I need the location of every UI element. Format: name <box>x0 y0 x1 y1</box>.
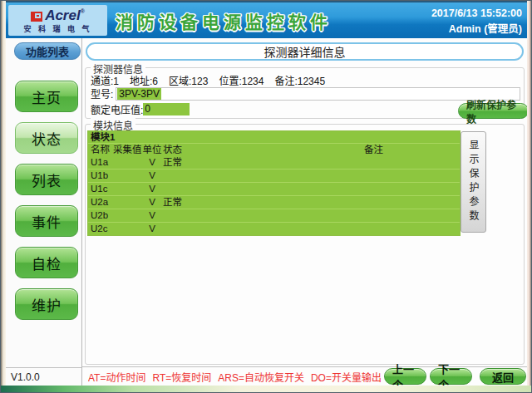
rated-voltage-line: 额定电压值: 0 <box>91 102 190 116</box>
sidebar-nav-button-label: 维护 <box>32 294 62 315</box>
window-frame-bottom <box>1 386 531 392</box>
sidebar: 功能列表 主页 状态 列表 事件 自检 维护 V1.0.0 <box>6 38 82 386</box>
sidebar-nav-button-label: 列表 <box>32 169 62 190</box>
sidebar-header: 功能列表 <box>14 42 81 60</box>
cell-name: U2c <box>88 223 113 235</box>
cell-value <box>113 156 141 169</box>
cell-value <box>113 183 141 195</box>
detector-info-line: 通道:1地址:6区域:123位置:1234备注:12345 <box>91 73 336 87</box>
table-row[interactable]: U1a V 正常 <box>88 156 460 169</box>
cell-unit: V <box>141 169 163 182</box>
cell-status <box>163 169 288 182</box>
model-value: 3PV-3PV <box>117 88 161 100</box>
table-row[interactable]: U2a V 正常 <box>88 195 460 209</box>
cell-name: U1a <box>88 156 113 169</box>
cell-remark <box>288 196 460 209</box>
sidebar-nav-button[interactable]: 主页 <box>15 81 78 112</box>
legend-item: AT=动作时间 <box>88 372 145 384</box>
legend-item: RT=恢复时间 <box>152 372 211 384</box>
cell-remark <box>288 183 460 195</box>
app-window: Acrel® 安 科 瑞 电 气 消防设备电源监控软件 2017/6/13 15… <box>0 0 532 393</box>
col-header-status: 状态 <box>163 144 288 156</box>
cell-value <box>113 196 141 209</box>
sidebar-nav-button-label: 事件 <box>32 211 62 232</box>
model-label: 型号: <box>91 86 113 101</box>
model-line: 型号: 3PV-3PV <box>91 86 520 101</box>
cell-status: 正常 <box>163 156 288 169</box>
acrel-logo: Acrel® 安 科 瑞 电 气 <box>8 5 107 36</box>
cell-remark <box>288 209 460 222</box>
sidebar-nav-button[interactable]: 自检 <box>15 247 78 278</box>
sidebar-nav: 主页 状态 列表 事件 自检 维护 <box>6 81 81 320</box>
sidebar-nav-button[interactable]: 事件 <box>15 205 78 237</box>
cell-value <box>113 169 141 182</box>
datetime-label: 2017/6/13 15:52:00 <box>431 6 522 22</box>
window-frame-right <box>527 1 531 392</box>
current-user-label: Admin (管理员) <box>431 22 522 37</box>
refresh-protection-params-button[interactable]: 刷新保护参数 <box>458 103 529 119</box>
cell-remark <box>288 156 460 169</box>
cell-unit: V <box>141 156 163 169</box>
module-info-group: 模块信息 模块1 名称 采集值 单位 状态 备注 U1a V 正常 U1b V … <box>85 124 525 365</box>
col-header-remark: 备注 <box>288 144 460 156</box>
table-body: U1a V 正常 U1b V U1c V U2a V 正常 U2b V U2c … <box>88 156 460 235</box>
cell-unit: V <box>141 183 163 195</box>
main-panel: 探测器详细信息 探测器信息 通道:1地址:6区域:123位置:1234备注:12… <box>82 38 527 386</box>
sidebar-nav-button-label: 自检 <box>32 253 62 273</box>
detector-info-item: 区域:123 <box>169 76 208 87</box>
table-row[interactable]: U2b V <box>88 209 460 222</box>
cell-unit: V <box>141 196 163 209</box>
version-label: V1.0.0 <box>6 367 81 386</box>
page-title: 探测器详细信息 <box>86 42 524 61</box>
cell-value <box>113 223 141 235</box>
cell-status <box>163 223 288 235</box>
cell-remark <box>288 169 460 182</box>
app-title: 消防设备电源监控软件 <box>116 2 332 38</box>
legend-item: ARS=自动恢复开关 <box>218 372 304 384</box>
table-row[interactable]: U1c V <box>88 182 460 195</box>
back-button[interactable]: 返回 <box>480 368 526 385</box>
cell-status <box>163 183 288 195</box>
model-field[interactable]: 3PV-3PV <box>116 87 520 101</box>
cell-status: 正常 <box>163 196 288 209</box>
cell-status <box>163 209 288 222</box>
logo-brand-text: Acrel® <box>45 8 85 22</box>
previous-button[interactable]: 上一个 <box>384 368 426 385</box>
sidebar-nav-button[interactable]: 维护 <box>15 288 78 320</box>
app-header: Acrel® 安 科 瑞 电 气 消防设备电源监控软件 2017/6/13 15… <box>6 1 527 38</box>
window-frame-left <box>1 1 6 392</box>
cell-name: U2a <box>88 196 113 209</box>
sidebar-nav-button[interactable]: 列表 <box>15 164 78 195</box>
show-protection-params-button[interactable]: 显示保护参数 <box>461 131 486 233</box>
sidebar-nav-button[interactable]: 状态 <box>15 122 78 154</box>
registered-mark: ® <box>81 8 85 14</box>
table-header-row: 名称 采集值 单位 状态 备注 <box>88 144 460 156</box>
detector-info-item: 通道:1 <box>91 76 119 87</box>
detector-info-item: 位置:1234 <box>219 76 264 87</box>
logo-subtitle: 安 科 瑞 电 气 <box>8 23 107 34</box>
cell-name: U1c <box>88 183 113 195</box>
col-header-name: 名称 <box>88 144 113 156</box>
table-row[interactable]: U2c V <box>88 222 460 235</box>
cell-name: U1b <box>88 169 113 182</box>
detector-info-item: 备注:12345 <box>274 76 325 87</box>
table-row[interactable]: U1b V <box>88 169 460 182</box>
cell-value <box>113 209 141 222</box>
legend-item: DO=开关量输出 <box>311 372 382 384</box>
sidebar-nav-button-label: 主页 <box>32 86 62 107</box>
sidebar-nav-button-label: 状态 <box>32 128 62 149</box>
next-button[interactable]: 下一个 <box>430 368 472 385</box>
col-header-value: 采集值 <box>113 144 141 156</box>
cell-name: U2b <box>88 209 113 222</box>
detector-info-item: 地址:6 <box>130 76 158 87</box>
rated-voltage-label: 额定电压值: <box>91 102 143 116</box>
rated-voltage-value[interactable]: 0 <box>143 103 190 115</box>
col-header-unit: 单位 <box>141 144 163 156</box>
cell-remark <box>288 223 460 235</box>
module-table: 模块1 名称 采集值 单位 状态 备注 U1a V 正常 U1b V U1c V… <box>87 130 461 236</box>
cell-unit: V <box>141 223 163 235</box>
header-status: 2017/6/13 15:52:00 Admin (管理员) <box>431 6 522 37</box>
module-title: 模块1 <box>88 131 460 144</box>
abbreviation-legend: AT=动作时间RT=恢复时间ARS=自动恢复开关DO=开关量输出PS=保护开关 <box>88 370 384 384</box>
main-footer: AT=动作时间RT=恢复时间ARS=自动恢复开关DO=开关量输出PS=保护开关 … <box>82 366 527 386</box>
